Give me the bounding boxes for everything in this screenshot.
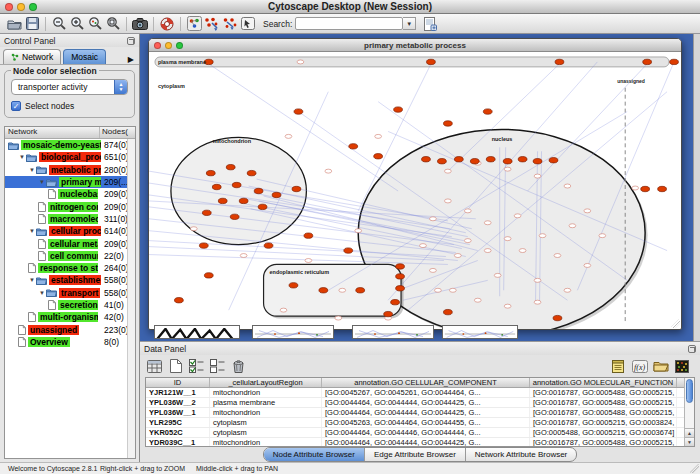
tree-col-network[interactable]: Network [5,127,100,138]
network-node[interactable] [355,229,362,233]
network-node[interactable] [240,254,247,258]
table-row[interactable]: YPL036W__1mitochondrion[GO:0044464, GO:0… [146,408,694,418]
scroll-down-icon[interactable]: ▼ [685,437,694,446]
matrix-icon[interactable] [673,358,690,374]
tab-node-attribute-browser[interactable]: Node Attribute Browser [264,448,365,461]
network-node[interactable] [534,278,541,282]
network-node-selected-color[interactable] [319,288,328,293]
table-row[interactable]: YJR121W__1mitochondrion[GO:0045267, GO:0… [146,388,694,398]
app-resize-grip[interactable] [690,464,699,473]
network-node[interactable] [464,209,471,213]
network-node-selected-color[interactable] [374,154,383,159]
network-node-selected-color[interactable] [549,158,558,163]
network-node[interactable] [285,134,292,138]
region-plasma-membrane[interactable] [155,57,669,67]
zoom-selected-icon[interactable] [86,15,104,32]
network-node[interactable] [190,227,197,231]
tree-item-mosaic-demo-yeast[interactable]: mosaic-demo-yeast874(0) [5,139,135,151]
network-node-selected-color[interactable] [422,157,431,162]
tree-item-establishment-of-lo[interactable]: ▼establishment of lo558(0) [5,274,135,286]
tree-item-nitrogen-compo[interactable]: nitrogen compo209(0) [5,200,135,212]
network-node-selected-color[interactable] [230,214,239,219]
column-header-2[interactable]: annotation.GO CELLULAR_COMPONENT [322,378,530,387]
tree-item-primary-metabo[interactable]: ▼primary metabo209(... [5,176,135,188]
network-view-window[interactable]: primary metabolic process plasma membran… [148,38,682,330]
expand-arrow-icon[interactable]: ▼ [18,154,26,160]
expand-arrow-icon[interactable]: ▼ [38,179,46,185]
network-node-selected-color[interactable] [212,184,221,189]
new-attribute-icon[interactable] [167,358,184,374]
tree-item-nucleobase-[interactable]: nucleobase-209(0) [5,188,135,200]
network-node-selected-color[interactable] [349,144,358,149]
network-node[interactable] [494,273,501,277]
network-node-selected-color[interactable] [483,109,492,114]
zoom-in-icon[interactable] [68,15,86,32]
network-node-selected-color[interactable] [384,311,393,316]
network-node-selected-color[interactable] [226,164,235,169]
expand-arrow-icon[interactable]: ▼ [38,290,46,296]
vizmapper-icon[interactable] [185,15,203,32]
network-node[interactable] [420,244,427,248]
network-node-selected-color[interactable] [204,273,213,278]
network-node-selected-color[interactable] [264,243,273,248]
tree-item-multi-organism-pro[interactable]: multi-organism pro42(0) [5,311,135,323]
minimized-window-thumbnail-2[interactable] [352,325,434,339]
table-row[interactable]: YDR039C__1mitochondrion[GO:0044464, GO:0… [146,438,694,447]
network-node-selected-color[interactable] [553,315,562,320]
minimized-window-thumbnail-1[interactable] [252,325,334,339]
network-node-selected-color[interactable] [641,186,650,191]
tab-network-attribute-browser[interactable]: Network Attribute Browser [466,448,576,461]
network-node[interactable] [519,249,526,253]
network-node-selected-color[interactable] [289,283,298,288]
snapshot-camera-icon[interactable] [131,15,149,32]
network-node-selected-color[interactable] [218,198,227,203]
network-node-selected-color[interactable] [533,159,542,164]
network-node[interactable] [454,254,461,258]
tree-item-metabolic-process[interactable]: ▼metabolic process280(0) [5,164,135,176]
tab-mosaic[interactable]: Mosaic [63,49,106,64]
network-node-selected-color[interactable] [396,264,405,269]
table-row[interactable]: YKR052Ccytoplasm[GO:0044464, GO:0044446,… [146,428,694,438]
network-node-selected-color[interactable] [391,300,400,305]
network-node[interactable] [444,199,451,203]
network-node[interactable] [504,237,511,241]
zoom-fit-icon[interactable] [104,15,122,32]
tree-item-secretion[interactable]: secretion41(0) [5,299,135,311]
help-lifering-icon[interactable] [158,15,176,32]
network-canvas-area[interactable]: plasma membranecytoplasmmitochondrionnuc… [149,52,681,329]
network-node[interactable] [430,217,437,221]
table-row[interactable]: YPL036W__2plasma membrane[GO:0044464, GO… [146,398,694,408]
network-node[interactable] [484,249,491,253]
table-scrollbar[interactable]: ▲ ▼ [684,378,694,446]
network-node-selected-color[interactable] [202,210,211,215]
network-node[interactable] [339,288,346,292]
network-node-selected-color[interactable] [254,188,263,193]
network-node[interactable] [514,214,521,218]
layout-right-icon[interactable] [221,15,239,32]
network-node[interactable] [504,304,511,308]
network-node-selected-color[interactable] [438,159,447,164]
select-nodes-checkbox[interactable]: ✓ [11,101,21,111]
network-node-selected-color[interactable] [643,59,652,64]
network-node[interactable] [584,263,591,267]
expand-arrow-icon[interactable]: ▼ [28,228,36,234]
network-node-selected-color[interactable] [247,170,256,175]
tree-item-unassigned[interactable]: unassigned223(0) [5,323,135,335]
column-header-3[interactable]: annotation.GO MOLECULAR_FUNCTION [530,378,677,387]
network-node-selected-color[interactable] [470,159,479,164]
network-node-selected-color[interactable] [443,309,452,314]
tree-item-overview[interactable]: Overview8(0) [5,336,135,348]
annotation-doc-icon[interactable] [421,15,439,32]
network-node[interactable] [569,224,576,228]
table-scrollbar-thumb[interactable] [686,379,693,403]
network-node-selected-color[interactable] [396,286,405,291]
save-icon[interactable] [23,15,41,32]
network-node[interactable] [464,239,471,243]
network-node[interactable] [504,167,511,171]
network-node-selected-color[interactable] [239,198,248,203]
network-node[interactable] [474,298,481,302]
network-window-titlebar[interactable]: primary metabolic process [149,39,681,52]
attribute-table[interactable]: ID_cellularLayoutRegionannotation.GO CEL… [145,377,695,447]
tab-overflow-arrow[interactable]: ▶ [126,55,136,64]
search-options-icon[interactable]: ▼ [403,17,416,30]
